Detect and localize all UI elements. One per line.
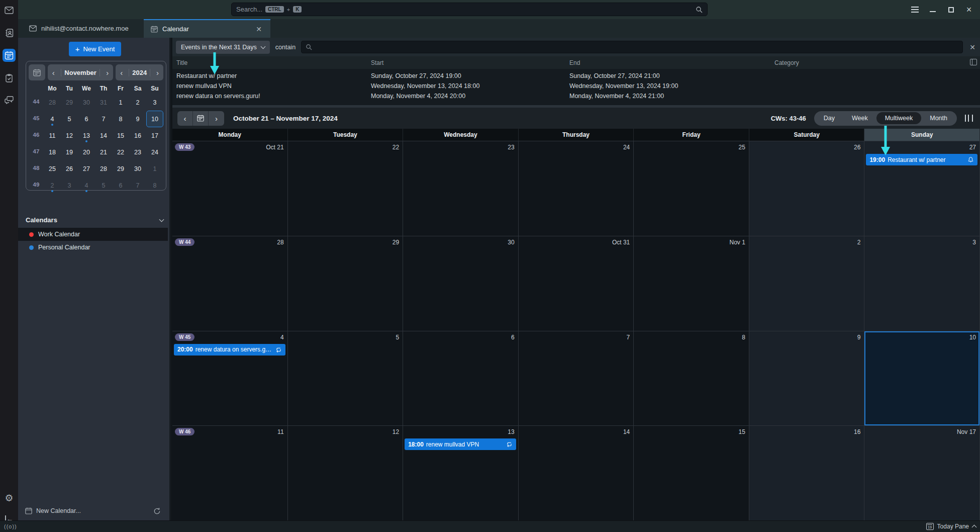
minical-day[interactable]: 12 (61, 127, 78, 144)
im-status-icon[interactable]: ((o)) (4, 523, 17, 529)
day-cell[interactable]: 3 (864, 236, 980, 331)
rotate-view-icon[interactable] (965, 115, 973, 122)
day-cell[interactable]: 22 (288, 141, 404, 236)
minical-day[interactable]: 5 (95, 177, 112, 194)
eventlist-row[interactable]: renew mullvad VPNWednesday, November 13,… (172, 81, 980, 91)
settings-button[interactable]: ⚙ (3, 491, 16, 504)
minical-day[interactable]: 6 (112, 177, 129, 194)
prev-year-button[interactable]: ‹ (120, 68, 123, 77)
calendar-list-item[interactable]: Personal Calendar (18, 241, 168, 254)
minical-day[interactable]: 2 (129, 94, 146, 111)
minical-day[interactable]: 2 (44, 177, 61, 194)
day-cell[interactable]: Nov 17 (864, 426, 980, 520)
minical-day[interactable]: 18 (44, 144, 61, 160)
day-cell[interactable]: 5 (288, 331, 404, 426)
maximize-button[interactable] (945, 4, 957, 16)
day-cell[interactable]: W 4428 (172, 236, 288, 331)
minimize-button[interactable] (927, 4, 939, 16)
previous-period-button[interactable]: ‹ (177, 111, 193, 126)
day-cell[interactable]: 26 (749, 141, 865, 236)
minical-day[interactable]: 27 (78, 160, 95, 177)
go-to-today-button[interactable] (193, 111, 209, 126)
calendar-list-item[interactable]: Work Calendar (18, 228, 168, 241)
minical-day[interactable]: 19 (61, 144, 78, 160)
minical-day[interactable]: 16 (129, 127, 146, 144)
space-calendar-button[interactable] (3, 49, 16, 62)
minical-day[interactable]: 30 (78, 94, 95, 111)
day-cell[interactable]: 16 (749, 426, 865, 520)
space-chat-button[interactable] (3, 94, 16, 107)
minical-day[interactable]: 30 (129, 160, 146, 177)
eventlist-row[interactable]: renew datura on servers.guru!Monday, Nov… (172, 91, 980, 101)
view-day-button[interactable]: Day (815, 112, 843, 124)
minical-day[interactable]: 4 (78, 177, 95, 194)
day-cell[interactable]: W 45420:00renew datura on servers.g… (172, 331, 288, 426)
today-pane-toggle[interactable]: 19 Today Pane (926, 523, 976, 530)
day-cell[interactable]: 2719:00Restaurant w/ partner (864, 141, 980, 236)
day-cell[interactable]: 10 (864, 331, 980, 426)
app-menu-button[interactable] (909, 4, 921, 16)
tab-calendar[interactable]: Calendar ✕ (144, 19, 270, 38)
day-cell[interactable]: Nov 1 (634, 236, 749, 331)
view-month-button[interactable]: Month (921, 112, 956, 124)
day-cell[interactable]: Oct 31 (519, 236, 634, 331)
minical-today-button[interactable] (29, 64, 45, 80)
prev-month-button[interactable]: ‹ (52, 68, 55, 77)
minical-day[interactable]: 5 (61, 111, 78, 127)
next-month-button[interactable]: › (106, 68, 109, 77)
day-cell[interactable]: 25 (634, 141, 749, 236)
minical-day[interactable]: 15 (112, 127, 129, 144)
minical-day[interactable]: 13 (78, 127, 95, 144)
minical-day[interactable]: 24 (146, 144, 163, 160)
minical-day[interactable]: 26 (61, 160, 78, 177)
eventlist-column-title[interactable]: Title (176, 59, 371, 66)
minical-day[interactable]: 11 (44, 127, 61, 144)
minical-day[interactable]: 14 (95, 127, 112, 144)
minical-day[interactable]: 22 (112, 144, 129, 160)
next-period-button[interactable]: › (209, 111, 224, 126)
eventlist-column-category[interactable]: Category (774, 59, 980, 66)
minical-day[interactable]: 17 (146, 127, 163, 144)
calendar-event[interactable]: 19:00Restaurant w/ partner (866, 154, 977, 165)
eventlist-column-end[interactable]: End (569, 59, 774, 66)
close-window-button[interactable]: × (963, 4, 975, 16)
day-cell[interactable]: W 4611 (172, 426, 288, 520)
new-event-button[interactable]: + New Event (69, 42, 121, 56)
space-addressbook-button[interactable] (3, 26, 16, 39)
view-week-button[interactable]: Week (843, 112, 876, 124)
minical-day[interactable]: 3 (146, 94, 163, 111)
minical-day[interactable]: 9 (129, 111, 146, 127)
view-multiweek-button[interactable]: Multiweek (876, 112, 922, 124)
minical-day[interactable]: 8 (112, 111, 129, 127)
minical-day[interactable]: 25 (44, 160, 61, 177)
minical-day[interactable]: 8 (146, 177, 163, 194)
day-cell[interactable]: 14 (519, 426, 634, 520)
minical-day[interactable]: 1 (146, 160, 163, 177)
minical-day[interactable]: 7 (129, 177, 146, 194)
space-mail-button[interactable] (3, 4, 16, 17)
event-search-input[interactable] (315, 44, 958, 51)
column-picker-icon[interactable] (970, 59, 977, 65)
day-cell[interactable]: 9 (749, 331, 865, 426)
tab-mail-account[interactable]: nihilist@contact.nowhere.moe (22, 19, 144, 38)
minical-day[interactable]: 6 (78, 111, 95, 127)
eventlist-column-start[interactable]: Start (371, 59, 569, 66)
day-cell[interactable]: 12 (288, 426, 404, 520)
minical-day[interactable]: 21 (95, 144, 112, 160)
close-tab-button[interactable]: ✕ (254, 25, 263, 34)
space-tasks-button[interactable] (3, 71, 16, 84)
day-cell[interactable]: 30 (403, 236, 519, 331)
day-cell[interactable]: 8 (634, 331, 749, 426)
day-cell[interactable]: W 43Oct 21 (172, 141, 288, 236)
minical-day[interactable]: 23 (129, 144, 146, 160)
day-cell[interactable]: 24 (519, 141, 634, 236)
minical-day[interactable]: 29 (112, 160, 129, 177)
day-cell[interactable]: 2 (749, 236, 865, 331)
day-cell[interactable]: 29 (288, 236, 404, 331)
day-cell[interactable]: 15 (634, 426, 749, 520)
eventlist-row[interactable]: Restaurant w/ partnerSunday, October 27,… (172, 71, 980, 81)
minical-day[interactable]: 28 (44, 94, 61, 111)
minical-day[interactable]: 4 (44, 111, 61, 127)
day-cell[interactable]: 6 (403, 331, 519, 426)
minical-day[interactable]: 1 (112, 94, 129, 111)
